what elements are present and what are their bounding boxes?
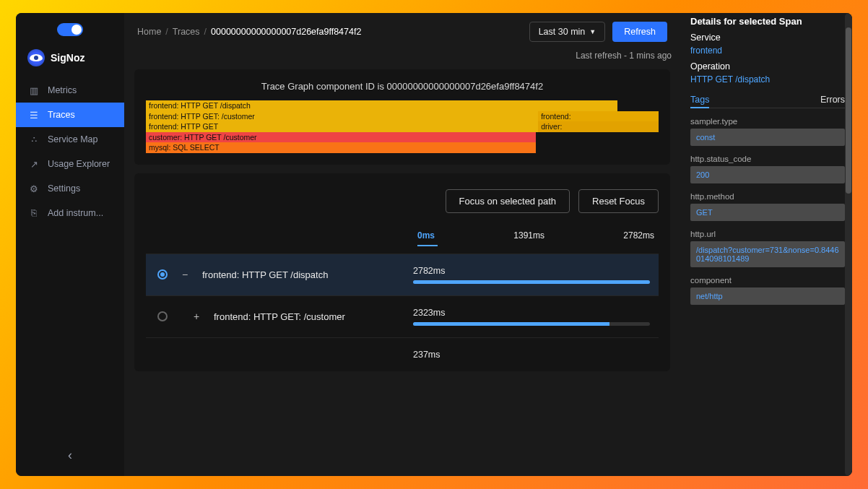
gantt-bar[interactable]: frontend: HTTP GET /dispatch — [146, 100, 617, 111]
tag-block: http.url/dispatch?customer=731&nonse=0.8… — [690, 230, 845, 267]
span-name: frontend: HTTP GET /dispatch — [202, 269, 328, 280]
app-name: SigNoz — [51, 52, 84, 64]
nav-traces[interactable]: ☰ Traces — [16, 103, 124, 127]
tag-block: componentnet/http — [690, 276, 845, 305]
topbar: Home / Traces / 00000000000000007d26efa9… — [124, 13, 680, 51]
tag-key: http.status_code — [690, 155, 845, 163]
nav-add-instrumentation[interactable]: ⎘ Add instrum... — [16, 201, 124, 225]
details-title: Details for selected Span — [690, 16, 845, 27]
tag-value: /dispatch?customer=731&nonse=0.844601409… — [690, 241, 845, 267]
span-duration: 2782ms — [413, 266, 650, 276]
timeline-t0: 0ms — [417, 230, 435, 241]
nav-label: Settings — [48, 183, 80, 194]
span-radio[interactable] — [157, 269, 168, 280]
timeline-header: 0ms 1391ms 2782ms — [146, 217, 659, 241]
nav-settings[interactable]: ⚙ Settings — [16, 176, 124, 201]
gantt-bar[interactable]: customer: HTTP GET /customer — [146, 132, 536, 143]
span-bar — [413, 322, 650, 326]
time-range-select[interactable]: Last 30 min ▼ — [529, 22, 606, 42]
list-icon: ☰ — [29, 110, 39, 120]
nav-label: Usage Explorer — [48, 159, 110, 169]
tag-key: http.url — [690, 230, 845, 238]
tab-tags[interactable]: Tags — [690, 95, 709, 105]
gantt-chart[interactable]: frontend: HTTP GET /dispatchfrontend: HT… — [146, 100, 659, 153]
nav-label: Metrics — [48, 85, 77, 95]
tag-value: const — [690, 129, 845, 146]
logo[interactable]: SigNoz — [16, 43, 124, 72]
trace-graph-card: Trace Graph component ID is 000000000000… — [134, 69, 670, 165]
link-icon: ⎘ — [29, 208, 39, 218]
tag-key: sampler.type — [690, 117, 845, 126]
span-row[interactable]: +frontend: HTTP GET: /customer2323ms — [146, 295, 659, 337]
sidebar: SigNoz ▥ Metrics ☰ Traces ⛬ Service Map … — [16, 13, 124, 476]
refresh-button[interactable]: Refresh — [612, 22, 667, 42]
tab-errors[interactable]: Errors — [820, 95, 845, 105]
breadcrumb-id: 00000000000000007d26efa9ff8474f2 — [211, 27, 361, 37]
bar-chart-icon: ▥ — [29, 85, 39, 95]
span-duration: 237ms — [413, 350, 650, 360]
timeline-t1: 1391ms — [513, 230, 544, 241]
span-radio[interactable] — [157, 311, 168, 321]
chevron-down-icon: ▼ — [589, 28, 596, 35]
span-list-card: Focus on selected path Reset Focus 0ms 1… — [134, 173, 670, 371]
trace-graph-title: Trace Graph component ID is 000000000000… — [146, 81, 659, 92]
scrollbar[interactable] — [845, 13, 852, 476]
focus-selected-button[interactable]: Focus on selected path — [446, 189, 570, 213]
tag-value: 200 — [690, 166, 845, 183]
gantt-bar[interactable]: frontend: HTTP GET — [146, 121, 538, 132]
gantt-bar[interactable]: frontend: HTTP GET: /customer — [146, 111, 538, 122]
tag-block: sampler.typeconst — [690, 117, 845, 146]
logo-icon — [27, 49, 45, 66]
network-icon: ⛬ — [29, 134, 39, 144]
span-row[interactable]: 237ms — [146, 337, 659, 371]
span-name: frontend: HTTP GET: /customer — [214, 311, 345, 322]
tag-block: http.methodGET — [690, 192, 845, 221]
theme-toggle[interactable] — [57, 23, 83, 36]
breadcrumb-home[interactable]: Home — [137, 27, 161, 37]
operation-link[interactable]: HTTP GET /dispatch — [690, 74, 845, 85]
breadcrumb: Home / Traces / 00000000000000007d26efa9… — [137, 27, 361, 37]
span-bar — [413, 280, 650, 284]
tag-key: component — [690, 276, 845, 285]
nav-usage-explorer[interactable]: ↗ Usage Explorer — [16, 152, 124, 176]
gantt-bar[interactable]: frontend: — [538, 111, 659, 122]
sidebar-collapse[interactable]: ‹ — [16, 435, 124, 476]
nav-label: Service Map — [48, 134, 97, 144]
expand-toggle[interactable]: − — [179, 269, 191, 280]
gear-icon: ⚙ — [29, 183, 39, 194]
timeline-t2: 2782ms — [623, 230, 654, 241]
span-duration: 2323ms — [413, 308, 650, 318]
span-row[interactable]: −frontend: HTTP GET /dispatch2782ms — [146, 254, 659, 295]
gantt-bar[interactable]: driver: — [538, 121, 659, 132]
reset-focus-button[interactable]: Reset Focus — [578, 189, 659, 213]
scrollbar-thumb[interactable] — [846, 27, 851, 194]
nav-label: Add instrum... — [48, 208, 103, 218]
nav: ▥ Metrics ☰ Traces ⛬ Service Map ↗ Usage… — [16, 78, 124, 225]
service-label: Service — [690, 33, 845, 43]
operation-label: Operation — [690, 61, 845, 72]
details-panel: Details for selected Span Service fronte… — [683, 13, 852, 476]
nav-label: Traces — [48, 110, 75, 120]
breadcrumb-traces[interactable]: Traces — [173, 27, 200, 37]
tag-value: net/http — [690, 287, 845, 305]
nav-metrics[interactable]: ▥ Metrics — [16, 78, 124, 103]
expand-toggle[interactable]: + — [191, 311, 202, 322]
tag-value: GET — [690, 204, 845, 221]
gantt-bar[interactable]: mysql: SQL SELECT — [146, 142, 536, 153]
service-link[interactable]: frontend — [690, 46, 845, 56]
last-refresh-label: Last refresh - 1 mins ago — [124, 51, 680, 65]
time-range-label: Last 30 min — [539, 27, 586, 37]
nav-service-map[interactable]: ⛬ Service Map — [16, 127, 124, 152]
tag-key: http.method — [690, 192, 845, 201]
tag-block: http.status_code200 — [690, 155, 845, 183]
line-chart-icon: ↗ — [29, 159, 39, 169]
